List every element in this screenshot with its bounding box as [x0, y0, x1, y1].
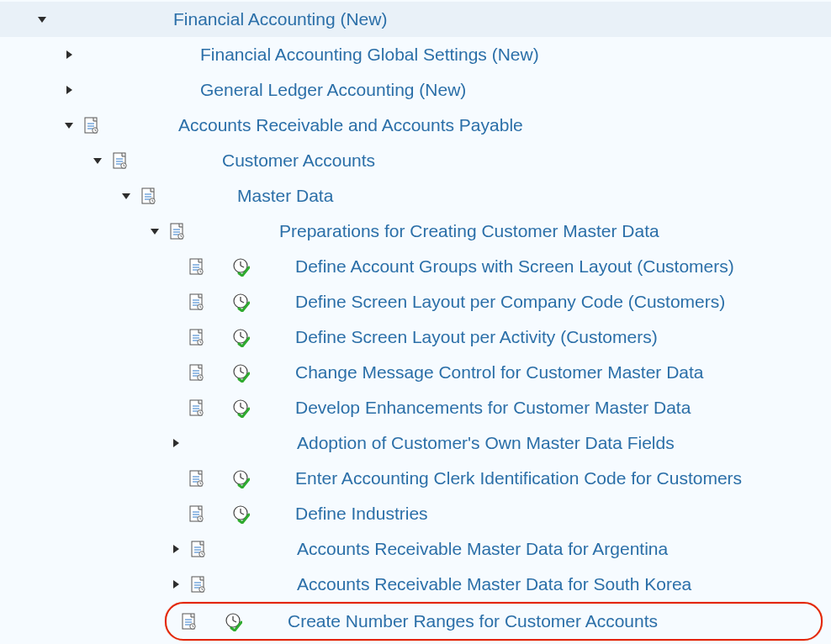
tree-leaf[interactable]: Accounts Receivable Master Data for Arge…: [0, 531, 831, 567]
execute-clock-icon[interactable]: [231, 293, 250, 311]
tree-label[interactable]: Define Screen Layout per Activity (Custo…: [295, 327, 658, 347]
tree-node-arap[interactable]: Accounts Receivable and Accounts Payable: [0, 108, 831, 143]
tree-label[interactable]: Preparations for Creating Customer Maste…: [279, 221, 659, 241]
tree-node-fags[interactable]: Financial Accounting Global Settings (Ne…: [0, 37, 831, 72]
tree-label[interactable]: General Ledger Accounting (New): [200, 80, 466, 100]
expand-toggle-icon[interactable]: [148, 224, 161, 238]
tree-label[interactable]: Enter Accounting Clerk Identification Co…: [295, 468, 742, 488]
document-icon: [189, 540, 208, 558]
tree-label[interactable]: Adoption of Customer's Own Master Data F…: [297, 433, 675, 453]
tree-label[interactable]: Define Account Groups with Screen Layout…: [295, 256, 734, 277]
expand-toggle-icon[interactable]: [62, 48, 76, 61]
tree-leaf[interactable]: Define Screen Layout per Company Code (C…: [0, 284, 831, 319]
expand-toggle-icon[interactable]: [119, 189, 133, 203]
document-icon: [168, 222, 187, 240]
tree-leaf[interactable]: Define Screen Layout per Activity (Custo…: [0, 319, 831, 355]
tree-leaf[interactable]: Adoption of Customer's Own Master Data F…: [0, 425, 831, 461]
document-icon: [188, 257, 206, 276]
tree-leaf[interactable]: Accounts Receivable Master Data for Sout…: [0, 567, 831, 602]
document-icon: [188, 293, 206, 311]
tree-leaf[interactable]: Develop Enhancements for Customer Master…: [0, 390, 831, 425]
tree-label[interactable]: Create Number Ranges for Customer Accoun…: [288, 611, 658, 631]
expand-toggle-icon[interactable]: [62, 119, 76, 132]
tree-label[interactable]: Accounts Receivable Master Data for Sout…: [297, 574, 691, 594]
tree-node-master-data[interactable]: Master Data: [0, 178, 831, 214]
tree-label[interactable]: Change Message Control for Customer Mast…: [295, 362, 704, 383]
tree-leaf[interactable]: Enter Accounting Clerk Identification Co…: [0, 461, 831, 496]
tree-leaf[interactable]: Change Message Control for Customer Mast…: [0, 355, 831, 390]
execute-clock-icon[interactable]: [231, 257, 250, 276]
document-icon: [111, 151, 130, 170]
document-icon: [188, 399, 206, 417]
tree-node-customer-accounts[interactable]: Customer Accounts: [0, 143, 831, 178]
tree-node-financial-accounting[interactable]: Financial Accounting (New): [0, 2, 831, 37]
tree-label[interactable]: Customer Accounts: [222, 150, 375, 171]
execute-clock-icon[interactable]: [231, 363, 250, 382]
execute-clock-icon[interactable]: [224, 612, 242, 631]
expand-toggle-icon[interactable]: [169, 578, 183, 591]
tree-leaf[interactable]: Define Account Groups with Screen Layout…: [0, 249, 831, 284]
tree-label[interactable]: Financial Accounting (New): [173, 9, 387, 29]
tree-label[interactable]: Master Data: [237, 186, 333, 206]
tree-label[interactable]: Financial Accounting Global Settings (Ne…: [200, 45, 539, 65]
execute-clock-icon[interactable]: [231, 328, 250, 346]
tree-label[interactable]: Accounts Receivable and Accounts Payable: [178, 115, 523, 135]
document-icon: [82, 116, 101, 135]
document-icon: [188, 469, 206, 488]
document-icon: [188, 328, 206, 346]
expand-toggle-icon[interactable]: [169, 542, 183, 556]
execute-clock-icon[interactable]: [231, 469, 250, 488]
expand-toggle-icon[interactable]: [169, 436, 183, 450]
tree-leaf-highlighted[interactable]: Create Number Ranges for Customer Accoun…: [165, 602, 823, 641]
execute-clock-icon[interactable]: [231, 399, 250, 417]
tree-leaf[interactable]: Define Industries: [0, 496, 831, 531]
tree-node-gla[interactable]: General Ledger Accounting (New): [0, 72, 831, 108]
tree-label[interactable]: Accounts Receivable Master Data for Arge…: [297, 539, 668, 559]
document-icon: [188, 363, 206, 382]
document-icon: [180, 612, 198, 631]
expand-toggle-icon[interactable]: [62, 83, 76, 97]
expand-toggle-icon[interactable]: [91, 154, 104, 167]
expand-toggle-icon[interactable]: [35, 13, 49, 26]
tree-label[interactable]: Define Screen Layout per Company Code (C…: [295, 292, 725, 312]
tree-label[interactable]: Develop Enhancements for Customer Master…: [295, 398, 691, 418]
tree-node-preparations[interactable]: Preparations for Creating Customer Maste…: [0, 214, 831, 249]
document-icon: [189, 575, 208, 594]
document-icon: [140, 187, 158, 205]
document-icon: [188, 504, 206, 523]
tree-label[interactable]: Define Industries: [295, 504, 428, 524]
execute-clock-icon[interactable]: [231, 504, 250, 523]
img-tree: Financial Accounting (New) Financial Acc…: [0, 0, 831, 644]
